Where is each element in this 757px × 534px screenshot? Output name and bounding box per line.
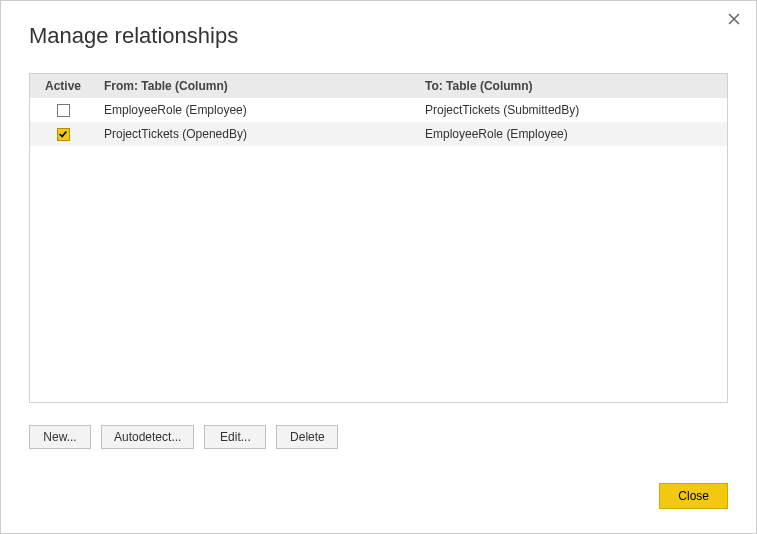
active-checkbox[interactable] — [57, 104, 70, 117]
delete-button[interactable]: Delete — [276, 425, 338, 449]
cell-to: ProjectTickets (SubmittedBy) — [417, 98, 727, 122]
active-checkbox[interactable] — [57, 128, 70, 141]
cell-from: ProjectTickets (OpenedBy) — [96, 122, 417, 146]
action-buttons: New... Autodetect... Edit... Delete — [29, 403, 728, 449]
table-body: EmployeeRole (Employee) ProjectTickets (… — [30, 98, 727, 402]
header-to: To: Table (Column) — [417, 74, 727, 98]
dialog-footer: Close — [1, 473, 756, 533]
header-active: Active — [30, 74, 96, 98]
edit-button[interactable]: Edit... — [204, 425, 266, 449]
table-header: Active From: Table (Column) To: Table (C… — [30, 74, 727, 98]
autodetect-button[interactable]: Autodetect... — [101, 425, 194, 449]
close-icon[interactable] — [726, 11, 742, 27]
manage-relationships-dialog: Manage relationships Active From: Table … — [0, 0, 757, 534]
relationships-table: Active From: Table (Column) To: Table (C… — [29, 73, 728, 403]
cell-from: EmployeeRole (Employee) — [96, 98, 417, 122]
table-row[interactable]: EmployeeRole (Employee) ProjectTickets (… — [30, 98, 727, 122]
close-button[interactable]: Close — [659, 483, 728, 509]
dialog-content: Active From: Table (Column) To: Table (C… — [1, 49, 756, 473]
table-row[interactable]: ProjectTickets (OpenedBy) EmployeeRole (… — [30, 122, 727, 146]
header-from: From: Table (Column) — [96, 74, 417, 98]
new-button[interactable]: New... — [29, 425, 91, 449]
dialog-title: Manage relationships — [1, 1, 756, 49]
cell-to: EmployeeRole (Employee) — [417, 122, 727, 146]
